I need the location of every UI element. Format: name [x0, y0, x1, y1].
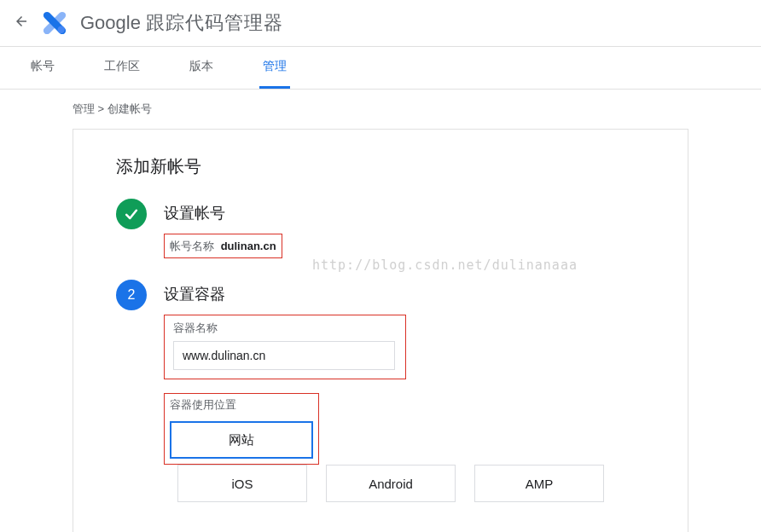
- step-1-title: 设置帐号: [164, 203, 645, 223]
- platform-option-android[interactable]: Android: [326, 465, 456, 502]
- step-2: 2 设置容器 容器名称 容器使用位置 网站 iOS Android AMP: [116, 280, 645, 507]
- step-2-number: 2: [128, 287, 136, 303]
- account-summary: 帐号名称 dulinan.cn: [170, 240, 276, 252]
- breadcrumb: 管理 > 创建帐号: [0, 90, 761, 129]
- app-header: Google 跟踪代码管理器: [0, 0, 761, 47]
- container-usage-label: 容器使用位置: [170, 397, 313, 413]
- nav-tabs: 帐号 工作区 版本 管理: [0, 47, 761, 90]
- watermark-text: http://blog.csdn.net/dulinanaaa: [312, 257, 578, 273]
- account-name-label: 帐号名称: [170, 240, 214, 252]
- card-title: 添加新帐号: [116, 155, 645, 178]
- tab-workspace[interactable]: 工作区: [101, 47, 143, 89]
- step-1: 设置帐号 帐号名称 dulinan.cn: [116, 199, 645, 258]
- step-1-marker-done: [116, 199, 147, 229]
- account-summary-highlight: 帐号名称 dulinan.cn: [164, 234, 282, 258]
- gtm-logo-icon: [43, 11, 67, 35]
- brand-title: Google 跟踪代码管理器: [80, 10, 283, 36]
- container-name-label: 容器名称: [173, 321, 397, 336]
- svg-point-2: [58, 26, 65, 33]
- container-usage-group: 容器使用位置 网站 iOS Android AMP: [164, 393, 742, 507]
- platform-option-amp[interactable]: AMP: [474, 465, 604, 502]
- account-name-value: dulinan.cn: [221, 240, 276, 252]
- brand-google: Google: [80, 12, 141, 34]
- container-usage-highlight: 容器使用位置 网站: [164, 393, 319, 465]
- brand-sub: 跟踪代码管理器: [146, 10, 283, 36]
- platform-option-web[interactable]: 网站: [170, 421, 313, 459]
- step-2-title: 设置容器: [164, 284, 742, 304]
- tab-versions[interactable]: 版本: [186, 47, 217, 89]
- back-arrow-icon[interactable]: [14, 14, 29, 33]
- container-name-input[interactable]: [173, 341, 395, 370]
- tab-account[interactable]: 帐号: [27, 47, 58, 89]
- tab-admin[interactable]: 管理: [259, 47, 290, 89]
- content-card: http://blog.csdn.net/dulinanaaa 添加新帐号 设置…: [73, 129, 688, 532]
- container-name-highlight: 容器名称: [164, 315, 406, 379]
- platform-option-ios[interactable]: iOS: [177, 465, 307, 502]
- step-2-marker: 2: [116, 280, 147, 310]
